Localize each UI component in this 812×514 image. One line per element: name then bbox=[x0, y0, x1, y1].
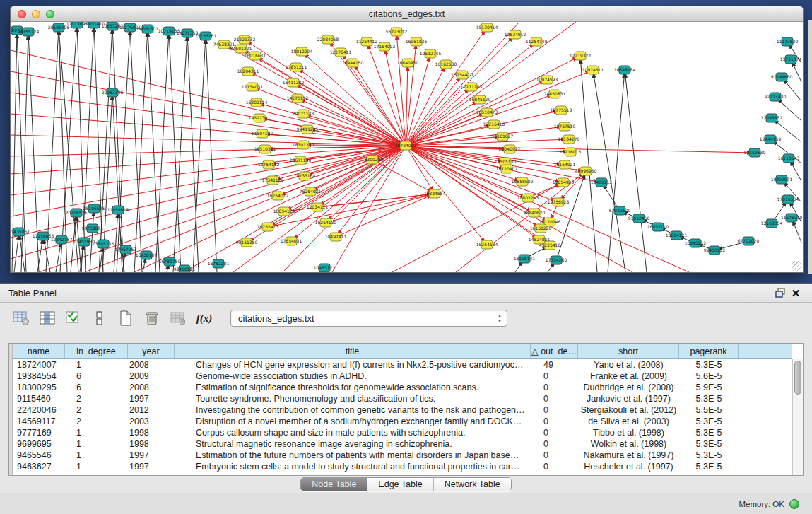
graph-node[interactable]: 15411202 bbox=[283, 78, 305, 87]
graph-node[interactable]: 92273430 bbox=[765, 93, 787, 101]
tab-node-table[interactable]: Node Table bbox=[301, 478, 367, 491]
graph-node[interactable]: 99758871 bbox=[82, 224, 104, 233]
graph-node[interactable]: 12534912 bbox=[505, 30, 526, 39]
graph-node[interactable]: 92450121 bbox=[174, 265, 196, 272]
graph-node[interactable]: 16255413 bbox=[257, 223, 279, 231]
edge-red[interactable] bbox=[406, 87, 471, 146]
edge-black[interactable] bbox=[193, 36, 206, 272]
graph-node[interactable]: 17959928 bbox=[107, 206, 129, 214]
window-titlebar[interactable]: citations_edges.txt bbox=[11, 6, 803, 22]
graph-node[interactable]: 12342757 bbox=[51, 235, 73, 244]
graph-node[interactable]: 85996950 bbox=[575, 167, 597, 175]
graph-node[interactable]: 76254021 bbox=[300, 187, 322, 196]
graph-node[interactable]: 12754112 bbox=[258, 160, 280, 169]
graph-node[interactable]: 20071133 bbox=[293, 110, 314, 118]
table-row[interactable]: 1456911722003Disruption of a novel membe… bbox=[13, 416, 792, 427]
graph-node[interactable]: 22084058 bbox=[317, 35, 339, 44]
graph-node[interactable]: 11675310 bbox=[781, 214, 803, 222]
graph-node[interactable]: 17334260 bbox=[546, 256, 567, 264]
edge-black[interactable] bbox=[112, 26, 124, 272]
graph-node[interactable]: 16952110 bbox=[647, 223, 669, 231]
close-icon[interactable]: ✕ bbox=[788, 286, 804, 299]
graph-node[interactable]: 16845120 bbox=[469, 95, 491, 104]
graph-node[interactable]: 16782750 bbox=[159, 257, 181, 266]
function-builder-icon[interactable]: f(x) bbox=[194, 308, 214, 328]
graph-node[interactable]: 10688609 bbox=[512, 177, 534, 186]
table-row[interactable]: 977716911998Corpus callosum shape and si… bbox=[13, 427, 792, 438]
edge-black[interactable] bbox=[117, 28, 130, 272]
graph-node[interactable]: 45225410 bbox=[539, 241, 561, 250]
edge-red[interactable] bbox=[326, 194, 435, 223]
graph-node[interactable]: 14522301 bbox=[249, 114, 271, 122]
graph-node[interactable]: 16510311 bbox=[254, 145, 276, 153]
table-row[interactable]: 969969511998Structural magnetic resonanc… bbox=[13, 438, 792, 450]
graph-node[interactable]: 15751074 bbox=[780, 55, 802, 64]
graph-node[interactable]: 16164921 bbox=[554, 160, 576, 169]
table-selector[interactable]: citations_edges.txt ▲▼ bbox=[230, 310, 507, 327]
graph-node[interactable]: 10453121 bbox=[314, 264, 336, 272]
graph-node[interactable]: 99411225 bbox=[297, 125, 319, 134]
graph-node[interactable]: 17016504 bbox=[777, 195, 799, 204]
edge-black[interactable] bbox=[14, 232, 19, 272]
graph-node[interactable]: 16752201 bbox=[208, 259, 230, 268]
float-window-icon[interactable] bbox=[772, 286, 788, 299]
graph-node[interactable]: 12276411 bbox=[330, 48, 352, 57]
graph-node[interactable]: 11504112 bbox=[252, 129, 273, 138]
edge-black[interactable] bbox=[625, 70, 647, 272]
table-row[interactable]: 2242004622012Investigating the contribut… bbox=[13, 404, 792, 416]
table-row[interactable]: 1938455462009Genome-wide association stu… bbox=[13, 370, 792, 382]
graph-node[interactable]: 13505135 bbox=[93, 240, 114, 248]
edge-black[interactable] bbox=[94, 24, 103, 272]
graph-node[interactable]: 16648784 bbox=[614, 66, 636, 74]
edge-black[interactable] bbox=[99, 26, 112, 272]
graph-node[interactable]: 18775513 bbox=[551, 106, 572, 115]
graph-node[interactable]: 84601221 bbox=[230, 45, 252, 53]
graph-node[interactable]: 18012204 bbox=[291, 47, 313, 56]
graph-node[interactable]: 75155261 bbox=[195, 32, 217, 40]
edge-red[interactable] bbox=[336, 194, 435, 237]
create-column-icon[interactable] bbox=[116, 308, 136, 328]
edge-red[interactable] bbox=[11, 146, 406, 156]
graph-node[interactable]: 11435061 bbox=[11, 228, 30, 236]
graph-node[interactable]: 19756928 bbox=[548, 198, 570, 206]
graph-node[interactable]: 17341120 bbox=[262, 176, 284, 185]
graph-node[interactable]: 64661601 bbox=[137, 25, 159, 33]
graph-node[interactable]: 19612745 bbox=[420, 49, 442, 58]
graph-node[interactable]: 12093832 bbox=[761, 114, 783, 122]
table-mode-icon[interactable] bbox=[11, 308, 31, 328]
graph-node[interactable]: 91299660 bbox=[771, 73, 793, 81]
graph-node[interactable]: 18204311 bbox=[237, 67, 259, 76]
edge-black[interactable] bbox=[187, 33, 199, 272]
table-row[interactable]: 946554611997Estimation of the future num… bbox=[13, 450, 792, 461]
column-header-6[interactable]: pagerank bbox=[679, 344, 739, 359]
edge-black[interactable] bbox=[608, 70, 625, 272]
graph-node[interactable]: 16016631 bbox=[245, 52, 266, 60]
graph-node[interactable]: 17851211 bbox=[286, 63, 307, 71]
edge-red[interactable] bbox=[273, 146, 406, 180]
column-header-3[interactable]: title bbox=[175, 344, 531, 359]
graph-node[interactable]: 16104270 bbox=[558, 135, 580, 144]
tab-network-table[interactable]: Network Table bbox=[434, 478, 511, 491]
graph-node[interactable]: 16961035 bbox=[406, 37, 428, 46]
table-row[interactable]: 911546021997Tourette syndrome. Phenomeno… bbox=[13, 393, 792, 404]
graph-node[interactable]: 18807243 bbox=[517, 194, 539, 202]
scrollbar-thumb[interactable] bbox=[794, 361, 801, 395]
table-row[interactable]: 1830029562008Estimation of significance … bbox=[13, 382, 792, 393]
edge-red[interactable] bbox=[406, 146, 689, 272]
graph-node[interactable]: 18654120 bbox=[273, 207, 295, 216]
graph-node[interactable]: 98840670 bbox=[524, 209, 546, 217]
graph-node[interactable]: 19892971 bbox=[771, 175, 793, 184]
graph-node[interactable]: 16958107 bbox=[136, 251, 158, 259]
graph-node[interactable]: 21229332 bbox=[234, 35, 256, 44]
graph-node[interactable]: 16101627 bbox=[492, 132, 514, 141]
graph-node[interactable]: 16210643 bbox=[778, 154, 800, 163]
graph-node[interactable]: 16254184 bbox=[476, 240, 498, 249]
column-header-4[interactable]: △ out_de… bbox=[531, 344, 578, 359]
edge-red[interactable] bbox=[252, 87, 406, 146]
graph-node[interactable]: 15136141 bbox=[514, 255, 536, 263]
graph-node[interactable]: 90151350 bbox=[236, 238, 258, 247]
graph-node[interactable]: 55723012 bbox=[386, 28, 408, 36]
edge-red[interactable] bbox=[406, 56, 580, 146]
resize-grip[interactable] bbox=[792, 261, 801, 271]
graph-node[interactable]: 16640950 bbox=[397, 59, 419, 67]
